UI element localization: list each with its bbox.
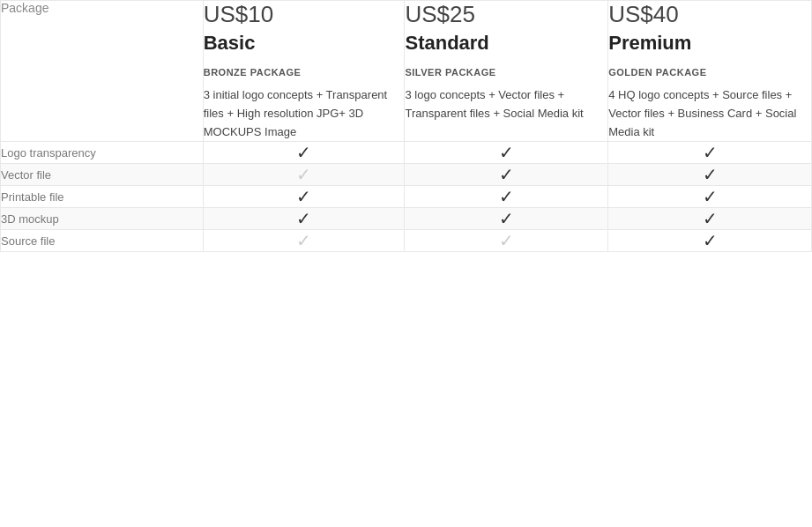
premium-feature-4: ✓ <box>608 230 812 252</box>
premium-description: 4 HQ logo concepts + Source files + Vect… <box>608 86 811 141</box>
basic-feature-1: ✓ <box>203 164 405 186</box>
basic-price: US$10 <box>204 1 405 28</box>
check-no-icon: ✓ <box>296 165 311 184</box>
check-yes-icon: ✓ <box>499 187 514 206</box>
basic-feature-3: ✓ <box>203 208 405 230</box>
premium-tier: GOLDEN PACKAGE <box>608 67 811 78</box>
check-yes-icon: ✓ <box>499 143 514 162</box>
check-yes-icon: ✓ <box>296 187 311 206</box>
check-yes-icon: ✓ <box>499 209 514 228</box>
standard-feature-4: ✓ <box>405 230 608 252</box>
standard-feature-0: ✓ <box>405 142 608 164</box>
standard-description: 3 logo concepts + Vector files + Transpa… <box>405 86 607 123</box>
feature-name-1: Vector file <box>1 164 204 186</box>
premium-feature-1: ✓ <box>608 164 812 186</box>
feature-name-3: 3D mockup <box>1 208 204 230</box>
basic-feature-4: ✓ <box>203 230 405 252</box>
standard-name: Standard <box>405 32 607 55</box>
check-yes-icon: ✓ <box>296 143 311 162</box>
feature-row-2: Printable file✓✓✓ <box>1 186 812 208</box>
check-yes-icon: ✓ <box>703 231 718 250</box>
feature-row-3: 3D mockup✓✓✓ <box>1 208 812 230</box>
check-yes-icon: ✓ <box>703 165 718 184</box>
feature-row-1: Vector file✓✓✓ <box>1 164 812 186</box>
premium-plan-header: US$40 Premium GOLDEN PACKAGE 4 HQ logo c… <box>608 1 812 142</box>
basic-feature-2: ✓ <box>203 186 405 208</box>
basic-description: 3 initial logo concepts + Transparent fi… <box>204 86 405 141</box>
check-no-icon: ✓ <box>499 231 514 250</box>
basic-feature-0: ✓ <box>203 142 405 164</box>
check-yes-icon: ✓ <box>703 187 718 206</box>
premium-name: Premium <box>608 32 811 55</box>
feature-name-2: Printable file <box>1 186 204 208</box>
feature-row-4: Source file✓✓✓ <box>1 230 812 252</box>
premium-feature-2: ✓ <box>608 186 812 208</box>
basic-plan-header: US$10 Basic BRONZE PACKAGE 3 initial log… <box>203 1 405 142</box>
check-yes-icon: ✓ <box>703 209 718 228</box>
check-yes-icon: ✓ <box>296 209 311 228</box>
feature-name-4: Source file <box>1 230 204 252</box>
standard-plan-header: US$25 Standard SILVER PACKAGE 3 logo con… <box>405 1 608 142</box>
premium-price: US$40 <box>608 1 811 28</box>
standard-tier: SILVER PACKAGE <box>405 67 607 78</box>
premium-feature-0: ✓ <box>608 142 812 164</box>
check-yes-icon: ✓ <box>499 165 514 184</box>
basic-tier: BRONZE PACKAGE <box>204 67 405 78</box>
premium-feature-3: ✓ <box>608 208 812 230</box>
standard-feature-3: ✓ <box>405 208 608 230</box>
standard-feature-1: ✓ <box>405 164 608 186</box>
package-label: Package <box>1 1 204 142</box>
feature-name-0: Logo transparency <box>1 142 204 164</box>
basic-name: Basic <box>204 32 405 55</box>
header-row: Package US$10 Basic BRONZE PACKAGE 3 ini… <box>1 1 812 142</box>
pricing-table: Package US$10 Basic BRONZE PACKAGE 3 ini… <box>0 0 812 252</box>
check-no-icon: ✓ <box>296 231 311 250</box>
feature-row-0: Logo transparency✓✓✓ <box>1 142 812 164</box>
standard-price: US$25 <box>405 1 607 28</box>
standard-feature-2: ✓ <box>405 186 608 208</box>
check-yes-icon: ✓ <box>703 143 718 162</box>
